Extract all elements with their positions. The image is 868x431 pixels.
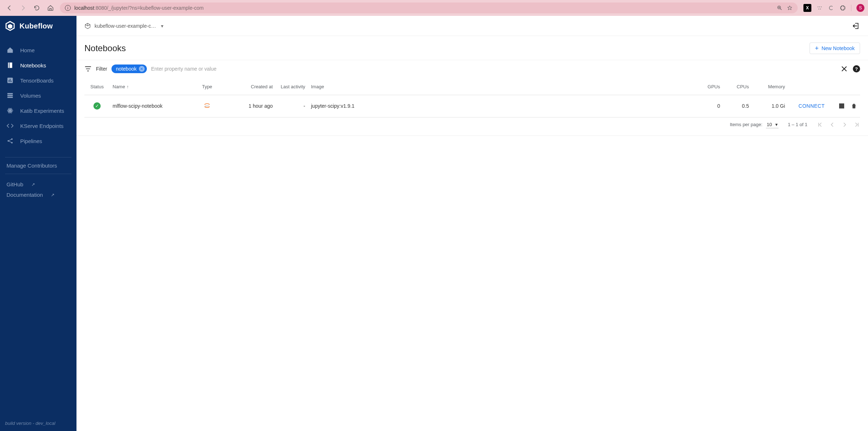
items-per-page-label: Items per page: xyxy=(730,122,762,127)
row-gpus: 0 xyxy=(694,95,723,117)
logout-button[interactable] xyxy=(852,22,860,30)
row-name[interactable]: mlflow-scipy-notebook xyxy=(110,95,189,117)
row-image: jupyter-scipy:v1.9.1 xyxy=(308,95,694,117)
pager-first-button[interactable] xyxy=(817,121,823,128)
sidebar-footer: build version - dev_local xyxy=(0,416,76,431)
filter-label: Filter xyxy=(96,66,107,72)
extension-dots-icon[interactable] xyxy=(816,5,823,11)
share-icon xyxy=(6,137,14,145)
browser-profile-avatar[interactable]: S xyxy=(856,4,864,12)
filter-help-icon[interactable]: ? xyxy=(853,65,860,72)
sidebar-item-label: Notebooks xyxy=(20,62,46,68)
top-bar: kubeflow-user-example-c… ▾ xyxy=(76,16,868,36)
svg-point-22 xyxy=(11,138,13,140)
col-memory[interactable]: Memory xyxy=(752,79,788,95)
notebook-icon xyxy=(6,62,14,69)
extension-x-icon[interactable]: X xyxy=(803,4,811,12)
new-notebook-label: New Notebook xyxy=(821,45,855,51)
stop-button[interactable] xyxy=(839,103,844,108)
sidebar-item-documentation[interactable]: Documentation ↗ xyxy=(0,190,76,200)
sidebar-item-label: Documentation xyxy=(6,192,43,198)
table-row: ✓ mlflow-scipy-notebook jupyter xyxy=(84,95,860,117)
external-link-icon: ↗ xyxy=(51,192,54,197)
extensions-puzzle-icon[interactable] xyxy=(839,5,846,11)
pager-next-button[interactable] xyxy=(841,121,848,128)
code-icon xyxy=(6,122,14,129)
filter-icon xyxy=(84,65,92,72)
svg-rect-9 xyxy=(9,63,10,68)
sidebar-item-home[interactable]: Home xyxy=(0,43,76,58)
browser-back-button[interactable] xyxy=(6,4,13,12)
col-last-activity[interactable]: Last activity xyxy=(276,79,308,95)
col-created[interactable]: Created at xyxy=(225,79,276,95)
sidebar-item-manage-contributors[interactable]: Manage Contributors xyxy=(0,163,76,169)
svg-rect-16 xyxy=(8,97,13,98)
col-status[interactable]: Status xyxy=(84,79,110,95)
sidebar-item-notebooks[interactable]: Notebooks xyxy=(0,58,76,73)
jupyter-type-icon: jupyter xyxy=(203,102,211,110)
sidebar-item-label: GitHub xyxy=(6,181,23,187)
home-icon xyxy=(6,46,14,54)
dropdown-caret-icon: ▾ xyxy=(775,122,778,127)
sidebar-item-pipelines[interactable]: Pipelines xyxy=(0,133,76,148)
sidebar-item-label: TensorBoards xyxy=(20,77,54,84)
zoom-icon[interactable] xyxy=(777,5,782,11)
new-notebook-button[interactable]: + New Notebook xyxy=(810,43,860,54)
sidebar-item-kserve[interactable]: KServe Endpoints xyxy=(0,118,76,133)
paginator: Items per page: 10 ▾ 1 – 1 of 1 xyxy=(76,117,868,136)
col-image[interactable]: Image xyxy=(308,79,694,95)
status-running-icon: ✓ xyxy=(93,102,101,110)
connect-button[interactable]: CONNECT xyxy=(798,103,825,109)
browser-url-bar[interactable]: i localhost:8080/_/jupyter/?ns=kubeflow-… xyxy=(60,3,798,13)
svg-point-1 xyxy=(817,6,818,7)
sidebar-item-label: Manage Contributors xyxy=(6,163,57,169)
site-info-icon[interactable]: i xyxy=(65,5,71,11)
sidebar-item-katib[interactable]: Katib Experiments xyxy=(0,103,76,118)
assessment-icon xyxy=(6,77,14,84)
filter-chip-text: notebook xyxy=(116,66,137,72)
items-per-page-select[interactable]: 10 ▾ xyxy=(766,121,778,128)
extension-c-icon[interactable] xyxy=(828,5,834,11)
pager-prev-button[interactable] xyxy=(829,121,836,128)
sidebar-separator xyxy=(5,174,71,174)
cube-icon xyxy=(84,23,91,29)
svg-point-17 xyxy=(9,110,11,112)
kubeflow-logo-icon xyxy=(5,21,15,31)
col-type[interactable]: Type xyxy=(189,79,225,95)
sidebar-item-label: Volumes xyxy=(20,93,41,99)
brand-name: Kubeflow xyxy=(19,22,53,30)
filter-clear-button[interactable] xyxy=(841,65,848,72)
svg-rect-8 xyxy=(8,63,12,68)
svg-rect-11 xyxy=(9,80,9,82)
svg-rect-12 xyxy=(10,79,10,82)
col-gpus[interactable]: GPUs xyxy=(694,79,723,95)
filter-chip-remove-icon[interactable]: ✕ xyxy=(139,66,145,72)
sidebar-item-tensorboards[interactable]: TensorBoards xyxy=(0,73,76,88)
col-cpus[interactable]: CPUs xyxy=(723,79,752,95)
filter-chip[interactable]: notebook ✕ xyxy=(111,65,147,73)
browser-url-text: localhost:8080/_/jupyter/?ns=kubeflow-us… xyxy=(74,5,203,11)
pager-last-button[interactable] xyxy=(854,121,860,128)
browser-forward-button[interactable] xyxy=(19,4,27,12)
sidebar-separator xyxy=(5,157,71,157)
svg-text:jupyter: jupyter xyxy=(205,105,209,106)
svg-point-4 xyxy=(819,9,819,9)
filter-input[interactable] xyxy=(151,66,836,72)
browser-home-button[interactable] xyxy=(47,4,54,12)
namespace-selector[interactable]: kubeflow-user-example-c… ▾ xyxy=(84,23,163,29)
sort-asc-icon: ↑ xyxy=(127,84,129,89)
brand-logo[interactable]: Kubeflow xyxy=(0,16,76,36)
sidebar-item-label: Pipelines xyxy=(20,138,42,144)
svg-point-3 xyxy=(821,6,821,7)
sidebar-item-volumes[interactable]: Volumes xyxy=(0,88,76,103)
sidebar-item-github[interactable]: GitHub ↗ xyxy=(0,179,76,190)
browser-reload-button[interactable] xyxy=(33,4,40,12)
col-name[interactable]: Name↑ xyxy=(110,79,189,95)
sidebar: Kubeflow Home Notebooks TensorBoards xyxy=(0,16,76,431)
bookmark-star-icon[interactable] xyxy=(787,5,793,11)
delete-button[interactable] xyxy=(851,103,857,109)
svg-rect-13 xyxy=(11,81,12,82)
page-range: 1 – 1 of 1 xyxy=(788,122,807,127)
row-cpus: 0.5 xyxy=(723,95,752,117)
dropdown-caret-icon: ▾ xyxy=(161,23,163,29)
